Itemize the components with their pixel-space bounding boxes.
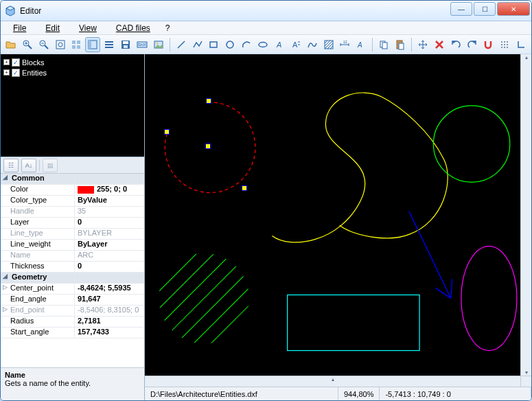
prop-start-angle[interactable]: Start_angle157,7433: [1, 328, 144, 339]
category-geometry[interactable]: ◢Geometry: [1, 273, 144, 284]
layers-button[interactable]: [102, 37, 117, 52]
app-window: Editor — ☐ ✕ File Edit View CAD files ? …: [0, 0, 532, 401]
expand-icon[interactable]: +: [3, 59, 10, 65]
prop-name[interactable]: NameARC: [1, 251, 144, 262]
svg-line-48: [148, 257, 246, 354]
prop-line-type[interactable]: Line_typeBYLAYER: [1, 229, 144, 240]
polyline-button[interactable]: [190, 37, 205, 52]
mtext-icon: A: [290, 39, 301, 50]
window-buttons: — ☐ ✕: [450, 1, 531, 21]
snap-button[interactable]: [481, 37, 496, 52]
menu-file[interactable]: File: [5, 23, 34, 34]
dots-button[interactable]: [497, 37, 512, 52]
svg-rect-16: [123, 41, 128, 44]
undo-icon: [450, 39, 461, 50]
checkbox-icon[interactable]: ✓: [12, 69, 20, 77]
grip-handle[interactable]: [205, 144, 211, 149]
grip-handle[interactable]: [206, 98, 211, 104]
alphabetize-button[interactable]: A↓: [21, 159, 36, 172]
panel-button[interactable]: [85, 37, 100, 52]
zoom-out-icon: [38, 39, 49, 50]
ortho-button[interactable]: [513, 37, 529, 52]
zoom-in-button[interactable]: [20, 37, 35, 52]
categorize-button[interactable]: ☷: [3, 159, 19, 172]
prop-end-angle[interactable]: End_angle91,647: [1, 295, 144, 306]
prop-center-point[interactable]: ▷Center_point-8,4624; 5,5935: [1, 284, 144, 295]
line-button[interactable]: [174, 37, 189, 52]
ellipse-button[interactable]: [255, 37, 270, 52]
property-grid[interactable]: ◢Common Color255; 0; 0 Color_typeByValue…: [1, 174, 144, 367]
menu-view[interactable]: View: [71, 23, 105, 34]
svg-point-43: [504, 47, 505, 48]
close-button[interactable]: ✕: [497, 2, 530, 16]
prop-line-weight[interactable]: Line_weightByLayer: [1, 240, 144, 251]
menu-edit[interactable]: Edit: [37, 23, 68, 34]
spline-button[interactable]: [305, 37, 320, 52]
zoom-out-button[interactable]: [36, 37, 51, 52]
hatch-button[interactable]: [321, 37, 336, 52]
svg-text:A: A: [276, 41, 281, 49]
circle-tool-icon: [224, 39, 235, 50]
move-icon: [417, 39, 428, 50]
image-button[interactable]: [151, 37, 166, 52]
grid-icon: [71, 39, 82, 50]
svg-rect-11: [72, 45, 76, 49]
prop-radius[interactable]: Radius2,7181: [1, 317, 144, 328]
copy-button[interactable]: [376, 37, 391, 52]
svg-rect-7: [56, 41, 65, 49]
drawing-canvas[interactable]: [145, 54, 520, 376]
open-button[interactable]: [3, 37, 19, 52]
property-pages-button[interactable]: ▤: [43, 159, 58, 172]
rect-button[interactable]: [207, 37, 222, 52]
svg-rect-9: [72, 41, 76, 44]
shx-button[interactable]: SHX: [135, 37, 150, 52]
paste-button[interactable]: [393, 37, 408, 52]
prop-end-point[interactable]: ▷End_point-8,5406; 8,3105; 0: [1, 306, 144, 317]
paste-icon: [395, 39, 406, 50]
category-common[interactable]: ◢Common: [1, 174, 144, 185]
grip-handle[interactable]: [242, 185, 247, 191]
titlebar[interactable]: Editor — ☐ ✕: [1, 1, 531, 21]
zoom-fit-button[interactable]: [53, 37, 68, 52]
grip-handle[interactable]: [164, 129, 170, 135]
entity-tree[interactable]: + ✓ Blocks + ✓ Entities: [1, 54, 144, 157]
horizontal-scrollbar[interactable]: [145, 376, 520, 387]
status-coords: -5,7413 : 10,749 : 0: [380, 387, 531, 400]
prop-color[interactable]: Color255; 0; 0: [1, 185, 144, 196]
grid-button[interactable]: [69, 37, 84, 52]
menu-cad[interactable]: CAD files: [108, 23, 159, 34]
menu-help[interactable]: ?: [161, 23, 174, 34]
svg-rect-35: [399, 43, 404, 49]
svg-point-21: [156, 42, 158, 44]
prop-handle[interactable]: Handle35: [1, 207, 144, 218]
leader-button[interactable]: A: [354, 37, 369, 52]
svg-rect-17: [124, 45, 128, 48]
expand-icon[interactable]: +: [3, 69, 10, 76]
mtext-button[interactable]: A: [288, 37, 303, 52]
maximize-button[interactable]: ☐: [474, 2, 496, 16]
redo-button[interactable]: [465, 37, 480, 52]
vertical-scrollbar[interactable]: [520, 54, 531, 376]
drawing-svg: [145, 54, 520, 376]
prop-thickness[interactable]: Thickness0: [1, 262, 144, 273]
svg-rect-55: [288, 295, 419, 350]
move-button[interactable]: [415, 37, 430, 52]
minimize-button[interactable]: —: [450, 2, 472, 16]
menubar: File Edit View CAD files ?: [1, 21, 531, 35]
description-text: Gets a name of the entity.: [5, 379, 140, 387]
text-button[interactable]: A: [272, 37, 287, 52]
prop-color-type[interactable]: Color_typeByValue: [1, 196, 144, 207]
circle-button[interactable]: [222, 37, 238, 52]
prop-layer[interactable]: Layer0: [1, 218, 144, 229]
dimension-button[interactable]: 12: [338, 37, 353, 52]
delete-button[interactable]: [432, 37, 447, 52]
arc-button[interactable]: [239, 37, 254, 52]
tree-item-entities[interactable]: + ✓ Entities: [3, 67, 141, 78]
undo-button[interactable]: [448, 37, 463, 52]
snap-icon: [483, 39, 494, 50]
checkbox-icon[interactable]: ✓: [12, 58, 20, 67]
layers-icon: [104, 39, 115, 50]
left-panel: + ✓ Blocks + ✓ Entities ☷ A↓ ▤ ◢Common C…: [1, 54, 145, 400]
save-button[interactable]: [118, 37, 133, 52]
tree-item-blocks[interactable]: + ✓ Blocks: [3, 57, 141, 67]
